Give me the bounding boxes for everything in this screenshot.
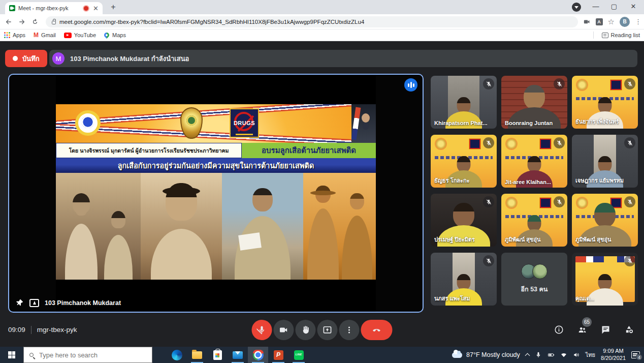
taskbar-chrome[interactable] xyxy=(248,347,268,363)
chat-button[interactable] xyxy=(599,324,611,336)
participant-tile[interactable]: ปรเมษฐ์ ปิยะมิตร xyxy=(431,194,497,247)
recording-dot-icon xyxy=(13,56,18,61)
windows-taskbar: P 87°F Mostly cloudy ไทย 9:09 AM 8/20/20… xyxy=(0,347,644,363)
presenter-banner: M 103 Pimchanok Mukdarat กำลังนำเสนอ xyxy=(49,50,637,67)
mic-muted-icon xyxy=(483,137,494,148)
reading-list-icon xyxy=(602,33,608,38)
participant-tile[interactable]: Khirapatsorn Phat... xyxy=(431,76,497,129)
reading-list-button[interactable]: Reading list xyxy=(602,32,640,38)
meet-favicon-icon xyxy=(9,5,15,11)
participant-tile[interactable]: Jit-aree Klaihan... xyxy=(501,135,567,188)
back-button[interactable] xyxy=(2,15,15,28)
participant-name: ภูมิพัฒน์ สุขอุ่น xyxy=(505,235,541,244)
window-minimize-button[interactable]: — xyxy=(587,0,604,13)
tray-expand-icon[interactable] xyxy=(525,353,530,358)
participant-tile[interactable]: เจษฎากร แย้มพรหม xyxy=(572,135,638,188)
apps-grid-icon xyxy=(4,32,6,34)
taskbar-file-explorer[interactable] xyxy=(187,347,207,363)
shared-slide: DRUGS โดย นางจิรพรรณ์ มุกดารัตน์ ผู้อำนว… xyxy=(56,75,376,312)
camera-in-use-icon[interactable] xyxy=(583,18,591,25)
raise-hand-button[interactable] xyxy=(296,320,316,340)
activities-button[interactable] xyxy=(623,324,635,336)
participants-button[interactable]: 65 xyxy=(576,324,588,336)
participant-name: ภูมิพัฒน์ สุขอุ่น xyxy=(575,235,611,244)
presenter-tile-label: 103 Pimchanok Mukdarat xyxy=(45,299,121,307)
slide-byline: โดย นางจิรพรรณ์ มุกดารัตน์ ผู้อำนวยการโร… xyxy=(56,143,242,158)
new-tab-button[interactable]: + xyxy=(109,3,118,12)
taskbar-edge[interactable] xyxy=(167,347,187,363)
wifi-icon[interactable] xyxy=(560,351,567,358)
participant-tile[interactable]: ธัญธร โกละกะ xyxy=(431,135,497,188)
slide-title: อบรมลูกเสือต้านภัยยาเสพติด xyxy=(242,143,376,158)
participant-tile[interactable]: Boonraing Juntan xyxy=(501,76,567,129)
tab-search-button[interactable] xyxy=(572,3,581,12)
photo-young-scouts xyxy=(56,173,141,280)
participant-name: Jit-aree Klaihan... xyxy=(505,179,551,185)
presentation-tile[interactable]: DRUGS โดย นางจิรพรรณ์ มุกดารัตน์ ผู้อำนว… xyxy=(8,74,424,313)
taskbar-clock[interactable]: 9:09 AM 8/20/2021 xyxy=(601,348,626,362)
photo-king-speech xyxy=(222,173,303,280)
taskbar-store[interactable] xyxy=(207,347,228,363)
bookmarks-bar: Apps M Gmail YouTube Maps Reading list xyxy=(0,29,644,41)
taskbar-line[interactable] xyxy=(288,347,309,363)
participant-tile[interactable]: ภูมิพัฒน์ สุขอุ่น xyxy=(501,194,567,247)
taskbar-search[interactable] xyxy=(23,347,152,363)
bookmark-maps[interactable]: Maps xyxy=(104,32,126,38)
bookmark-youtube[interactable]: YouTube xyxy=(64,32,96,38)
camera-toggle-button[interactable] xyxy=(274,320,294,340)
pin-icon[interactable] xyxy=(15,298,24,307)
language-indicator[interactable]: ไทย xyxy=(586,350,595,359)
participant-tile[interactable]: ภูมิพัฒน์ สุขอุ่น xyxy=(572,194,638,247)
tab-title: Meet - mgr-tbex-pyk xyxy=(18,5,81,11)
taskbar-powerpoint[interactable]: P xyxy=(268,347,288,363)
participant-tile[interactable]: คุณเด... xyxy=(572,253,638,306)
meet-app: บันทึก M 103 Pimchanok Mukdarat กำลังนำเ… xyxy=(0,41,644,347)
king-scout-portrait xyxy=(351,104,376,143)
bookmark-star-icon[interactable]: ☆ xyxy=(608,18,615,25)
reload-button[interactable] xyxy=(28,15,42,28)
mic-muted-icon xyxy=(624,78,635,89)
battery-icon[interactable] xyxy=(548,351,555,358)
end-call-button[interactable] xyxy=(361,320,393,340)
action-center-icon[interactable]: 4 xyxy=(631,351,640,358)
mic-toggle-button[interactable] xyxy=(252,320,272,340)
bookmark-gmail[interactable]: M Gmail xyxy=(34,32,56,39)
participant-grid: Khirapatsorn Phat... Boonraing Juntan ธั… xyxy=(431,76,638,306)
slide-banner: DRUGS xyxy=(56,104,376,143)
tray-mic-icon[interactable] xyxy=(535,351,542,358)
more-options-button[interactable] xyxy=(339,320,360,340)
taskbar-search-input[interactable] xyxy=(38,351,146,359)
tab-close-icon[interactable]: ✕ xyxy=(93,5,99,12)
maps-icon xyxy=(103,32,110,39)
volume-icon[interactable] xyxy=(573,351,580,358)
start-button[interactable] xyxy=(0,347,23,363)
meet-control-bar: 09:09 mgr-tbex-pyk xyxy=(0,313,644,347)
browser-menu-icon[interactable]: ⋮ xyxy=(635,18,639,25)
window-close-button[interactable]: ✕ xyxy=(625,0,642,13)
youtube-icon xyxy=(64,33,72,38)
browser-tab[interactable]: Meet - mgr-tbex-pyk ✕ xyxy=(5,2,103,14)
mic-muted-icon xyxy=(483,255,494,266)
presenting-icon xyxy=(29,299,39,307)
powerpoint-icon: P xyxy=(274,350,283,360)
participant-tile[interactable]: ธันยากร เพ็งจันทร์ xyxy=(572,76,638,129)
participant-name: ธัญธร โกละกะ xyxy=(434,176,470,185)
participant-name: Boonraing Juntan xyxy=(505,120,553,126)
gmail-icon: M xyxy=(34,32,39,39)
taskbar-mail[interactable] xyxy=(228,347,248,363)
window-maximize-button[interactable]: ▢ xyxy=(605,0,623,13)
meeting-details-button[interactable] xyxy=(553,324,565,336)
participant-name: นภสร แพะโสม xyxy=(434,294,470,303)
line-icon xyxy=(294,350,304,360)
more-participants-tile[interactable]: อีก 53 คน xyxy=(501,253,567,306)
forward-button[interactable] xyxy=(15,15,28,28)
present-screen-button[interactable] xyxy=(317,320,338,340)
translate-icon[interactable]: A xyxy=(596,18,603,25)
profile-avatar[interactable]: B xyxy=(620,17,630,27)
windows-logo-icon xyxy=(8,351,15,358)
mic-muted-icon xyxy=(554,196,565,207)
weather-widget[interactable]: 87°F Mostly cloudy xyxy=(452,351,520,358)
participant-tile[interactable]: นภสร แพะโสม xyxy=(431,253,497,306)
address-bar[interactable]: meet.google.com/mgr-tbex-pyk?fbclid=IwAR… xyxy=(46,16,578,27)
bookmark-apps[interactable]: Apps xyxy=(4,32,25,38)
